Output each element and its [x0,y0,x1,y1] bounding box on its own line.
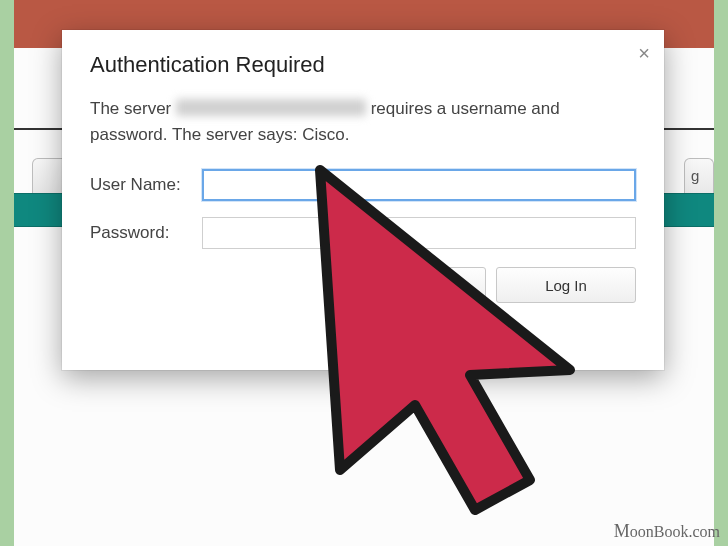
watermark-text: oonBook.com [630,523,720,540]
dialog-message: The server requires a username and passw… [90,96,636,147]
dialog-button-row: Cancel Log In [90,267,636,303]
close-icon[interactable]: × [638,42,650,65]
message-prefix: The server [90,99,176,118]
dialog-title: Authentication Required [90,52,636,78]
password-input[interactable] [202,217,636,249]
stage: g × Authentication Required The server r… [0,0,728,546]
redacted-server-address [176,99,366,116]
auth-dialog: × Authentication Required The server req… [62,30,664,370]
cancel-button[interactable]: Cancel [346,267,486,303]
username-label: User Name: [90,175,202,195]
username-row: User Name: [90,169,636,201]
background-tab[interactable]: g [684,158,714,194]
watermark: MoonBook.com [614,521,720,542]
login-button[interactable]: Log In [496,267,636,303]
password-row: Password: [90,217,636,249]
username-input[interactable] [202,169,636,201]
password-label: Password: [90,223,202,243]
